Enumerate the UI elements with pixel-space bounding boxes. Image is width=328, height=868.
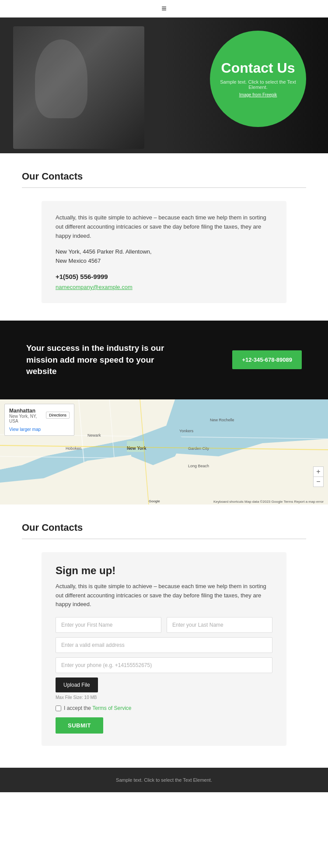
footer: Sample text. Click to select the Text El… [0,768,328,792]
map-footer: Keyboard shortcuts Map data ©2023 Google… [213,500,324,504]
banner-text: Your success in the industry is our miss… [26,342,175,378]
contact-description: Actually, this is quite simple to achiev… [56,213,272,240]
svg-text:Google: Google [149,499,160,503]
svg-text:New Rochelle: New Rochelle [210,418,234,422]
tos-row: I accept the Terms of Service [56,705,272,711]
contact-card: Actually, this is quite simple to achiev… [42,201,286,303]
hero-section: Contact Us Sample text. Click to select … [0,18,328,153]
map-directions-button[interactable]: Directions [46,412,70,419]
map-zoom-in-button[interactable]: + [314,467,323,477]
svg-text:Yonkers: Yonkers [179,429,194,433]
upload-file-button[interactable]: Upload File [56,677,98,692]
divider-1 [22,187,306,188]
contacts-section-1: Our Contacts Actually, this is quite sim… [0,153,328,312]
hamburger-icon[interactable]: ≡ [161,4,167,14]
phone-input[interactable] [56,657,272,673]
map-location-sub: New York, NY, USA [9,414,46,423]
map-larger-link[interactable]: View larger map [9,427,70,432]
contact-phone: +1(505) 556-9999 [56,273,272,280]
submit-button[interactable]: SUBMIT [56,717,103,734]
svg-text:Long Beach: Long Beach [188,464,209,468]
map-zoom-controls: + − [313,466,324,487]
email-row [56,637,272,653]
divider-2 [22,539,306,539]
hero-title: Contact Us [221,60,295,76]
tos-label: I accept the Terms of Service [64,705,132,711]
tos-checkbox[interactable] [56,706,61,711]
file-size-note: Max File Size: 10 MB [56,695,272,700]
hero-image [13,26,144,149]
email-input[interactable] [56,637,272,653]
dark-banner: Your success in the industry is our miss… [0,321,328,399]
section-title-2: Our Contacts [22,522,306,533]
map-location-name: Manhattan [9,408,35,414]
map-container: Newark New York Yonkers Parsippany Garde… [0,399,328,505]
contact-email[interactable]: namecompany@example.com [56,284,133,290]
tos-link[interactable]: Terms of Service [92,705,131,711]
map-info-panel: Manhattan New York, NY, USA Directions V… [4,404,74,436]
contacts-section-2: Our Contacts Sign me up! Actually, this … [0,505,328,755]
svg-text:Newark: Newark [87,433,101,438]
hero-circle: Contact Us Sample text. Click to select … [210,31,306,127]
section-title-1: Our Contacts [22,171,306,182]
signup-description: Actually, this is quite simple to achiev… [56,582,272,609]
hero-subtitle: Sample text. Click to select the Text El… [219,79,297,90]
banner-phone-button[interactable]: +12-345-678-89089 [232,350,302,369]
name-row [56,617,272,633]
navigation: ≡ [0,0,328,18]
footer-text: Sample text. Click to select the Text El… [10,777,318,783]
map-zoom-out-button[interactable]: − [314,477,323,487]
first-name-input[interactable] [56,617,161,633]
phone-row [56,657,272,673]
signup-title: Sign me up! [56,565,272,577]
svg-text:Hoboken: Hoboken [66,446,81,451]
hero-image-credit[interactable]: Image from Freepik [239,92,277,97]
signup-card: Sign me up! Actually, this is quite simp… [42,552,286,746]
last-name-input[interactable] [167,617,272,633]
contact-address: New York, 4456 Parker Rd. Allentown, New… [56,247,272,266]
